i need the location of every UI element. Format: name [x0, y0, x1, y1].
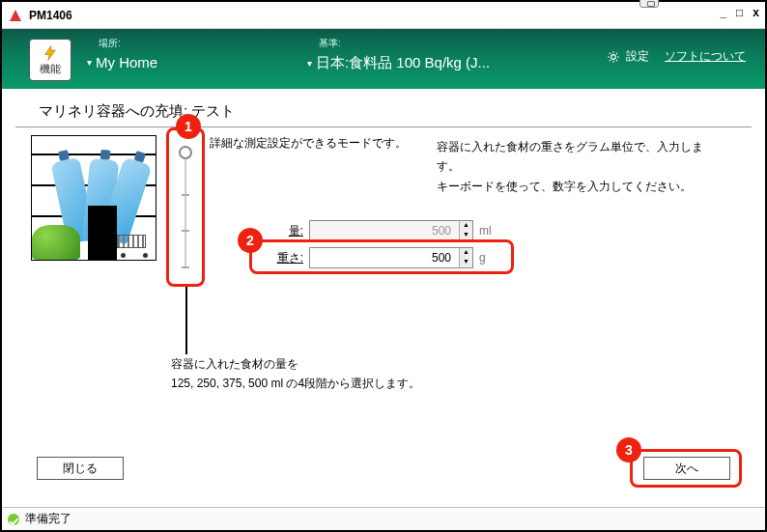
spin-up-icon: ▲ [459, 221, 472, 231]
callout-2: 2 [238, 228, 263, 253]
functions-label: 機能 [40, 62, 61, 76]
svg-marker-0 [10, 10, 21, 21]
mode-description: 詳細な測定設定ができるモードです。 [210, 135, 407, 152]
volume-label: 量: [261, 223, 303, 239]
callout-3-outline [630, 449, 742, 488]
close-button[interactable]: 閉じる [37, 457, 124, 480]
callout-1: 1 [176, 114, 201, 139]
lightning-icon [42, 44, 59, 62]
section-title: マリネリ容器への充填: テスト [15, 89, 752, 127]
close-window-button[interactable]: x [753, 6, 759, 19]
volume-slider[interactable] [166, 127, 205, 287]
callout-3: 3 [616, 437, 641, 462]
callout-2-outline [249, 239, 514, 274]
volume-input [309, 220, 473, 241]
maximize-button[interactable]: □ [736, 6, 743, 19]
callout-connector [185, 287, 187, 354]
slider-tick [182, 230, 189, 232]
criteria-label: 基準: [319, 37, 341, 50]
slider-tick [182, 194, 189, 196]
weight-description: 容器に入れた食材の重さをグラム単位で、入力します。 キーボードを使って、数字を入… [437, 137, 707, 196]
minimize-button[interactable]: _ [720, 6, 726, 19]
chevron-down-icon: ▾ [307, 58, 312, 69]
main-panel: 1 詳細な測定設定ができるモードです。 容器に入れた食材の量を 125, 250… [2, 127, 765, 497]
chevron-down-icon: ▾ [87, 57, 92, 68]
titlebar: PM1406 _ □ x [2, 2, 765, 29]
window-controls: _ □ x [720, 6, 759, 19]
settings-link[interactable]: 設定 [607, 48, 649, 65]
location-value: My Home [96, 54, 157, 70]
status-text: 準備完了 [25, 511, 71, 527]
volume-unit: ml [479, 224, 498, 238]
settings-label: 設定 [626, 48, 649, 65]
svg-point-1 [611, 54, 616, 59]
content-area: マリネリ容器への充填: テスト [2, 89, 765, 507]
header-bar: 機能 場所: ▾ My Home 基準: ▾ 日本:食料品 100 Bq/kg … [2, 29, 765, 89]
window-title: PM1406 [29, 9, 72, 22]
functions-button[interactable]: 機能 [29, 39, 71, 81]
pin-icon [639, 0, 659, 8]
criteria-dropdown[interactable]: ▾ 日本:食料品 100 Bq/kg (J... [307, 54, 490, 72]
volume-row: 量: ▲▼ ml [261, 220, 498, 241]
slider-description: 容器に入れた食材の量を 125, 250, 375, 500 ml の4段階から… [171, 354, 420, 394]
gear-icon [607, 50, 620, 64]
location-label: 場所: [99, 37, 121, 50]
app-icon [8, 8, 23, 23]
about-link[interactable]: ソフトについて [665, 48, 746, 65]
status-bar: 準備完了 [2, 507, 765, 530]
slider-tick [182, 266, 189, 268]
app-window: PM1406 _ □ x 機能 場所: ▾ My Home 基準: ▾ 日本:食… [0, 0, 767, 532]
sample-image [31, 135, 156, 261]
criteria-value: 日本:食料品 100 Bq/kg (J... [316, 54, 490, 72]
slider-thumb[interactable] [179, 146, 192, 159]
status-ok-icon [8, 514, 19, 525]
location-dropdown[interactable]: ▾ My Home [87, 54, 157, 70]
